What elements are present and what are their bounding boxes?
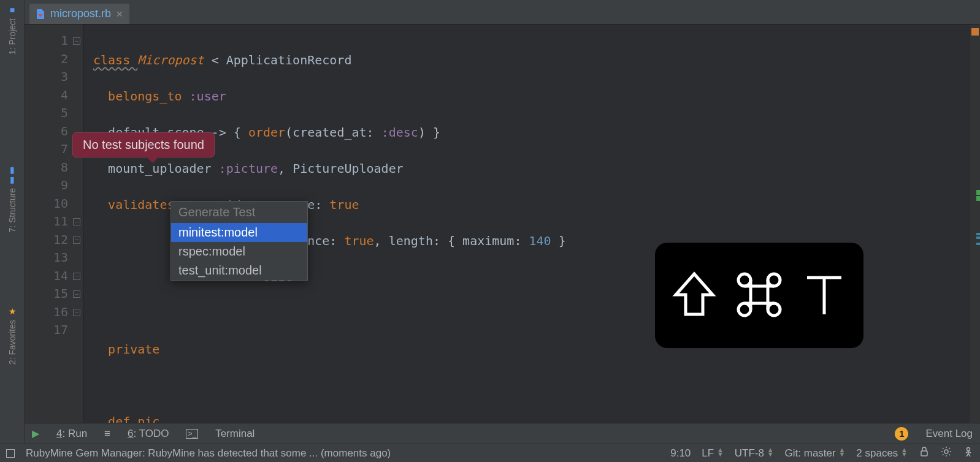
caret-position[interactable]: 9:10	[670, 447, 691, 460]
project-label: 1: Project	[7, 18, 17, 55]
tool-window-structure[interactable]: 7: Structure ▮▮	[7, 165, 17, 232]
status-message: RubyMine Gem Manager: RubyMine has detec…	[26, 447, 391, 460]
line-number: 14−	[25, 268, 83, 287]
tool-window-terminal[interactable]: Terminal	[215, 428, 255, 440]
bottom-tool-row: ▶ 4: Run ≡ 6: TODO >_ Terminal 1 Event L…	[25, 423, 980, 444]
command-key-icon	[735, 270, 784, 321]
fold-toggle[interactable]: −	[73, 290, 80, 298]
warning-marker[interactable]	[971, 28, 979, 36]
line-number: 8	[25, 160, 83, 178]
line-number: 15−	[25, 286, 83, 305]
tooltip-arrow-icon	[147, 157, 159, 163]
nav-marker[interactable]	[976, 233, 980, 235]
fold-toggle[interactable]: −	[73, 237, 80, 244]
lock-icon[interactable]	[919, 446, 930, 460]
popup-item-testunit[interactable]: test_unit:model	[171, 261, 307, 280]
editor: 1− 2 3 4 5 6 7 8 9 10 11− 12− 13 14− 15−…	[25, 25, 980, 423]
memory-indicator-icon[interactable]	[963, 446, 974, 460]
right-marker-stripe[interactable]	[970, 25, 980, 423]
close-icon[interactable]: ✕	[116, 9, 123, 19]
shift-key-icon	[672, 270, 716, 321]
structure-label: 7: Structure	[7, 188, 17, 232]
svg-point-1	[768, 274, 780, 286]
file-encoding[interactable]: UTF-8 ▲▼	[735, 447, 774, 460]
structure-icon: ▮▮	[7, 165, 17, 184]
editor-tab-row: micropost.rb ✕	[25, 0, 980, 25]
svg-point-0	[738, 274, 751, 286]
line-number: 2	[25, 51, 83, 70]
gutter: 1− 2 3 4 5 6 7 8 9 10 11− 12− 13 14− 15−…	[25, 25, 83, 423]
svg-point-2	[738, 303, 751, 316]
changed-marker[interactable]	[976, 196, 980, 201]
status-bar: RubyMine Gem Manager: RubyMine has detec…	[0, 444, 980, 462]
line-number: 3	[25, 69, 83, 88]
indent-setting[interactable]: 2 spaces ▲▼	[856, 447, 908, 460]
gear-icon[interactable]	[941, 446, 952, 460]
nav-marker[interactable]	[976, 237, 980, 239]
svg-rect-4	[921, 451, 927, 456]
tab-filename: micropost.rb	[50, 7, 111, 20]
line-number: 10	[25, 196, 83, 214]
fold-toggle[interactable]: −	[73, 37, 80, 45]
generate-test-popup: Generate Test minitest:model rspec:model…	[170, 201, 308, 281]
tool-window-favorites[interactable]: 2: Favorites ★	[7, 306, 17, 365]
run-icon: ▶	[32, 428, 39, 439]
line-number: 9	[25, 178, 83, 196]
changed-marker[interactable]	[976, 190, 980, 195]
popup-title: Generate Test	[171, 202, 307, 223]
event-log-button[interactable]: Event Log	[925, 428, 973, 440]
line-number: 12−	[25, 232, 83, 251]
line-number: 13	[25, 250, 83, 268]
keyboard-shortcut-overlay	[655, 243, 863, 348]
tool-windows-toggle-icon[interactable]	[6, 449, 15, 458]
notification-badge[interactable]: 1	[895, 427, 908, 441]
star-icon: ★	[7, 306, 17, 316]
tooltip-text: No test subjects found	[83, 138, 204, 151]
left-tool-rail: 1: Project ■ 7: Structure ▮▮ 2: Favorite…	[0, 0, 25, 462]
folder-icon: ■	[7, 5, 17, 15]
nav-marker[interactable]	[976, 243, 980, 245]
tool-window-run[interactable]: 4: Run	[56, 428, 87, 440]
svg-point-6	[967, 448, 970, 451]
editor-tab-micropost[interactable]: micropost.rb ✕	[29, 4, 129, 24]
line-number: 11−	[25, 214, 83, 232]
svg-point-3	[768, 303, 780, 316]
ruby-file-icon	[36, 9, 45, 20]
tool-window-project[interactable]: 1: Project ■	[7, 5, 17, 55]
fold-toggle[interactable]: −	[73, 309, 80, 316]
tooltip-no-test-subjects: No test subjects found	[72, 132, 215, 157]
popup-item-rspec[interactable]: rspec:model	[171, 242, 307, 261]
list-icon: ≡	[104, 428, 110, 440]
fold-toggle[interactable]: −	[73, 273, 80, 280]
fold-toggle[interactable]: −	[73, 218, 80, 225]
line-number: 1−	[25, 33, 83, 51]
favorites-label: 2: Favorites	[7, 320, 17, 365]
line-number: 5	[25, 105, 83, 124]
letter-t-key-icon	[802, 270, 846, 321]
tool-window-todo[interactable]: 6: TODO	[128, 428, 169, 440]
line-separator[interactable]: LF ▲▼	[702, 447, 723, 460]
terminal-icon: >_	[186, 429, 198, 439]
popup-item-minitest[interactable]: minitest:model	[171, 223, 307, 242]
svg-point-5	[944, 450, 948, 453]
line-number: 16−	[25, 305, 83, 323]
line-number: 17	[25, 322, 83, 341]
line-number: 4	[25, 88, 83, 106]
git-branch[interactable]: Git: master ▲▼	[785, 447, 846, 460]
